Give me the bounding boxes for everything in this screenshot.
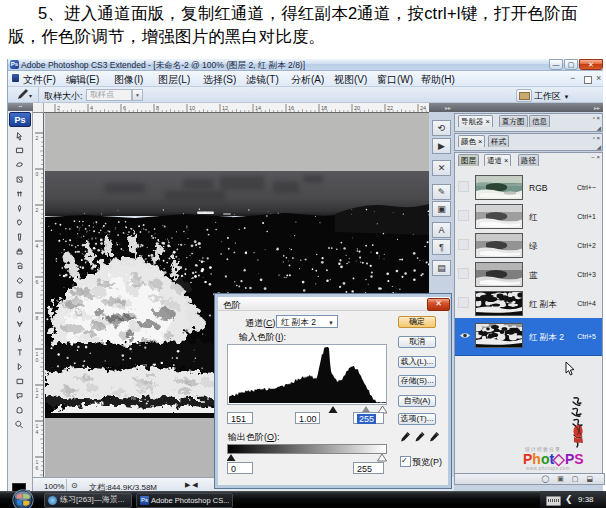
svg-text:4: 4 — [90, 105, 93, 111]
svg-text:4: 4 — [36, 243, 39, 249]
svg-text:14: 14 — [255, 105, 261, 111]
svg-text:6: 6 — [36, 279, 39, 285]
svg-text:2: 2 — [36, 393, 39, 399]
svg-text:20: 20 — [354, 105, 360, 111]
svg-text:2: 2 — [36, 135, 39, 141]
svg-text:0: 0 — [36, 357, 39, 363]
svg-text:12: 12 — [222, 105, 228, 111]
svg-text:24: 24 — [420, 105, 426, 111]
svg-text:10: 10 — [189, 105, 195, 111]
svg-text:22: 22 — [387, 105, 393, 111]
svg-text:16: 16 — [288, 105, 294, 111]
svg-text:18: 18 — [321, 105, 327, 111]
svg-text:0: 0 — [36, 171, 39, 177]
svg-text:2: 2 — [36, 207, 39, 213]
svg-text:8: 8 — [36, 315, 39, 321]
svg-text:6: 6 — [123, 105, 126, 111]
svg-text:6: 6 — [36, 465, 39, 471]
svg-text:4: 4 — [36, 429, 39, 435]
svg-text:2: 2 — [57, 105, 60, 111]
svg-text:8: 8 — [156, 105, 159, 111]
